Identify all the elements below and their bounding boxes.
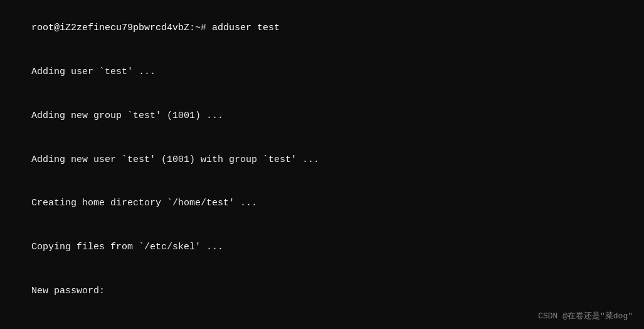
command-line: root@iZ2zefinecu79pbwrcd4vbZ:~# adduser …	[9, 6, 635, 50]
watermark: CSDN @在卷还是"菜dog"	[538, 310, 633, 321]
output-line-2: Adding new group `test' (1001) ...	[9, 94, 635, 138]
terminal-window[interactable]: root@iZ2zefinecu79pbwrcd4vbZ:~# adduser …	[0, 0, 644, 329]
output-line-6: New password:	[9, 269, 635, 313]
output-line-5: Copying files from `/etc/skel' ...	[9, 225, 635, 269]
command-text: adduser test	[212, 23, 280, 33]
output-line-4: Creating home directory `/home/test' ...	[9, 181, 635, 225]
prompt: root@iZ2zefinecu79pbwrcd4vbZ:~#	[31, 23, 212, 33]
output-line-3: Adding new user `test' (1001) with group…	[9, 138, 635, 181]
output-line-1: Adding user `test' ...	[9, 50, 635, 94]
